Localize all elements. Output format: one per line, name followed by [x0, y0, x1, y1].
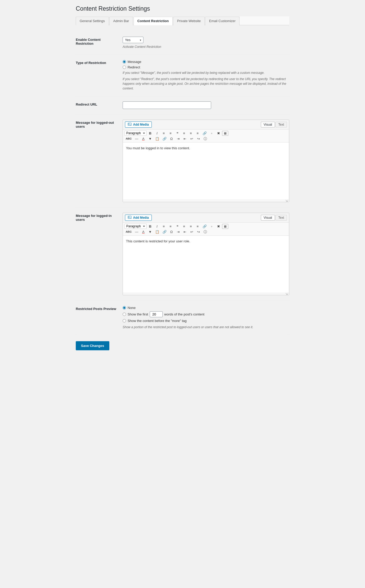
align-right-btn-logged-in[interactable]: ≡ [194, 224, 201, 229]
undo-btn-logged-in[interactable]: ↩ [189, 229, 195, 234]
ul-btn-logged-in[interactable]: ≡ [161, 224, 167, 229]
enable-content-restriction-label: Enable Content Restriction [76, 37, 123, 46]
add-media-logged-in-label: Add Media [133, 216, 149, 219]
align-left-btn-logged-in[interactable]: ≡ [181, 224, 187, 229]
fullscreen-btn-logged-in[interactable]: ✖ [215, 224, 222, 229]
editor-logged-out-resize[interactable]: ⇲ [123, 200, 289, 202]
tab-email-customizer[interactable]: Email Customizer [205, 17, 240, 25]
hr-btn-logged-out[interactable]: — [134, 136, 140, 141]
restriction-type-radio-group: Message Redirect [123, 60, 289, 69]
restriction-redirect-desc: If you select "Redirect", the post's con… [123, 77, 289, 91]
tab-content-restriction[interactable]: Content Restriction [134, 17, 173, 25]
tab-general-settings[interactable]: General Settings [76, 17, 109, 25]
visual-text-tabs-logged-out: Visual Text [261, 122, 287, 127]
text-tab-logged-out[interactable]: Text [275, 122, 287, 127]
restriction-redirect-radio[interactable] [123, 66, 126, 69]
preview-none-radio[interactable] [123, 306, 126, 309]
italic-btn-logged-in[interactable]: I [154, 224, 160, 229]
redo-btn-logged-in[interactable]: ↪ [196, 229, 202, 234]
enable-content-restriction-field: Yes No Activate Content Restriction [123, 37, 289, 49]
message-logged-in-text: This content is restricted for your user… [126, 239, 190, 243]
ol-btn-logged-in[interactable]: ≡ [167, 224, 174, 229]
blockquote-btn-logged-in[interactable]: ❝ [174, 224, 180, 229]
strikethrough-btn-logged-out[interactable]: ABC [124, 137, 133, 141]
preview-words-count-input[interactable] [150, 311, 163, 317]
add-media-logged-in-button[interactable]: Add Media [125, 215, 152, 221]
align-center-btn-logged-in[interactable]: ≡ [188, 224, 194, 229]
grid-btn-logged-in[interactable]: ▦ [222, 224, 228, 229]
help-btn-logged-in[interactable]: ⓘ [202, 229, 209, 234]
redo-btn-logged-out[interactable]: ↪ [196, 136, 202, 141]
restriction-message-desc: If you select "Message", the post's cont… [123, 70, 289, 75]
align-right-btn-logged-out[interactable]: ≡ [194, 131, 201, 136]
editor-logged-out-toolbar: Paragraph Heading 1 Heading 2 B I ≡ ≡ ❝ … [123, 130, 289, 143]
redirect-url-input[interactable] [123, 101, 211, 109]
table-btn-logged-in[interactable]: ▫ [209, 224, 215, 229]
redirect-url-row: Redirect URL [76, 96, 289, 114]
tab-private-website[interactable]: Private Website [173, 17, 205, 25]
bold-btn-logged-in[interactable]: B [147, 224, 153, 229]
message-logged-out-editor: Add Media Visual Text Paragraph Heading … [123, 120, 289, 202]
toolbar-row2-logged-out: ABC — A ▼ 📋 🔗 Ω ⇥ ⇤ ↩ ↪ ⓘ [124, 136, 287, 141]
link-btn-logged-in[interactable]: 🔗 [201, 224, 208, 229]
undo-btn-logged-out[interactable]: ↩ [189, 136, 195, 141]
align-center-btn-logged-out[interactable]: ≡ [188, 131, 194, 136]
enable-content-restriction-select[interactable]: Yes No [123, 37, 143, 43]
omega-btn-logged-out[interactable]: Ω [168, 136, 175, 141]
bold-btn-logged-out[interactable]: B [147, 131, 153, 136]
restriction-redirect-option[interactable]: Redirect [123, 65, 289, 69]
message-logged-out-content[interactable]: You must be logged in to view this conte… [123, 143, 289, 200]
format-select-logged-out[interactable]: Paragraph Heading 1 Heading 2 [124, 131, 147, 136]
save-changes-button[interactable]: Save Changes [76, 341, 109, 350]
paste-btn-logged-out[interactable]: 📋 [154, 136, 161, 141]
message-logged-in-field: Add Media Visual Text Paragraph Heading … [123, 213, 289, 295]
restriction-message-radio[interactable] [123, 60, 126, 63]
align-left-btn-logged-out[interactable]: ≡ [181, 131, 187, 136]
enable-content-restriction-select-wrap: Yes No [123, 37, 143, 43]
preview-more-tag-radio[interactable] [123, 319, 126, 322]
hr-btn-logged-in[interactable]: — [134, 229, 140, 234]
message-logged-in-row: Message for logged-in users Add Media Vi… [76, 208, 289, 301]
paste-btn-logged-in[interactable]: 📋 [154, 229, 161, 234]
add-media-logged-out-button[interactable]: Add Media [125, 121, 152, 128]
preview-more-tag-option[interactable]: Show the content before the "more" tag [123, 319, 289, 323]
help-btn-logged-out[interactable]: ⓘ [202, 136, 209, 141]
message-logged-in-label: Message for logged-in users [76, 213, 123, 222]
ul-btn-logged-out[interactable]: ≡ [161, 131, 167, 136]
font-color-dropdown-logged-in[interactable]: ▼ [147, 229, 153, 234]
outdent-btn-logged-in[interactable]: ⇤ [182, 229, 188, 234]
table-btn-logged-out[interactable]: ▫ [209, 131, 215, 136]
message-logged-in-content[interactable]: This content is restricted for your user… [123, 236, 289, 293]
grid-btn-logged-out[interactable]: ▦ [222, 131, 228, 136]
unlink-btn-logged-out[interactable]: 🔗 [161, 136, 168, 141]
strikethrough-btn-logged-in[interactable]: ABC [124, 230, 133, 234]
ol-btn-logged-out[interactable]: ≡ [167, 131, 174, 136]
format-select-logged-in[interactable]: Paragraph Heading 1 Heading 2 [124, 224, 147, 229]
editor-logged-in-resize[interactable]: ⇲ [123, 293, 289, 295]
visual-tab-logged-in[interactable]: Visual [261, 215, 275, 221]
fullscreen-btn-logged-out[interactable]: ✖ [215, 131, 222, 136]
indent-btn-logged-in[interactable]: ⇥ [175, 229, 181, 234]
omega-btn-logged-in[interactable]: Ω [168, 229, 175, 234]
visual-tab-logged-out[interactable]: Visual [261, 122, 275, 127]
tab-admin-bar[interactable]: Admin Bar [109, 17, 133, 25]
text-tab-logged-in[interactable]: Text [275, 215, 287, 221]
font-color-btn-logged-in[interactable]: A [140, 229, 147, 234]
outdent-btn-logged-out[interactable]: ⇤ [182, 136, 188, 141]
font-color-dropdown-logged-out[interactable]: ▼ [147, 136, 153, 141]
preview-first-words-option[interactable]: Show the first words of the post's conte… [123, 311, 289, 317]
preview-none-option[interactable]: None [123, 306, 289, 310]
message-logged-out-field: Add Media Visual Text Paragraph Heading … [123, 120, 289, 202]
link-btn-logged-out[interactable]: 🔗 [201, 131, 208, 136]
preview-first-words-radio[interactable] [123, 313, 126, 316]
type-of-restriction-label: Type of Restriction [76, 60, 123, 65]
toolbar-row1-logged-in: Paragraph Heading 1 Heading 2 B I ≡ ≡ ❝ … [124, 224, 287, 229]
font-color-btn-logged-out[interactable]: A [140, 136, 147, 141]
indent-btn-logged-out[interactable]: ⇥ [175, 136, 181, 141]
message-logged-out-text: You must be logged in to view this conte… [126, 146, 190, 150]
unlink-btn-logged-in[interactable]: 🔗 [161, 229, 168, 234]
restricted-posts-radio-group: None Show the first words of the post's … [123, 306, 289, 323]
blockquote-btn-logged-out[interactable]: ❝ [174, 131, 180, 136]
italic-btn-logged-out[interactable]: I [154, 131, 160, 136]
restriction-message-option[interactable]: Message [123, 60, 289, 64]
